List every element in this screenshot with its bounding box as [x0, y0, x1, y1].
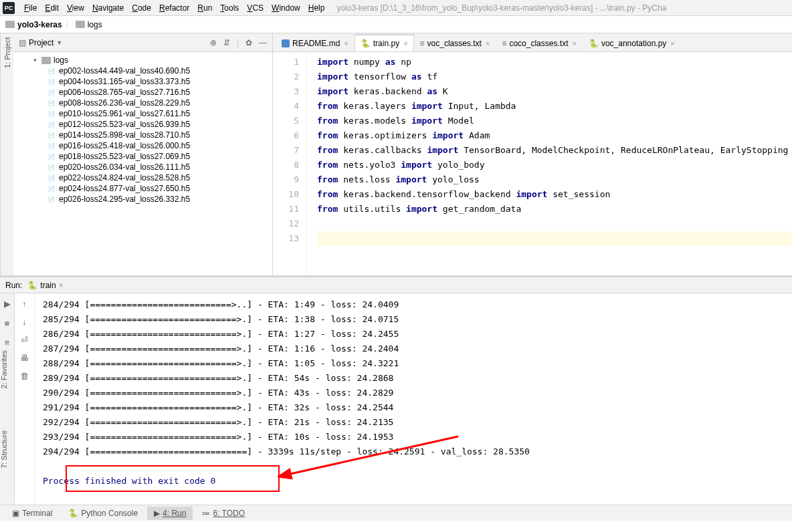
menu-view[interactable]: View	[63, 3, 88, 13]
wrap-icon[interactable]: ⏎	[21, 335, 28, 345]
editor-tab[interactable]: README.md×	[276, 35, 355, 51]
editor-tab[interactable]: 🐍train.py×	[355, 34, 414, 51]
project-panel: ▤ Project ▼ ⊕ ⇵ | ✿ — ▾ logs 📄ep002-loss…	[13, 33, 273, 275]
bottom-tab-run[interactable]: ▶ 4: Run	[147, 507, 193, 520]
h5-file-icon: 📄	[47, 98, 56, 108]
python-icon: 🐍	[589, 39, 599, 48]
tree-file[interactable]: 📄ep006-loss28.765-val_loss27.716.h5	[13, 87, 272, 98]
tree-file[interactable]: 📄ep018-loss25.523-val_loss27.069.h5	[13, 151, 272, 162]
h5-file-icon: 📄	[47, 88, 56, 97]
h5-file-icon: 📄	[47, 141, 56, 150]
target-icon[interactable]: ⊕	[210, 38, 217, 47]
menu-edit[interactable]: Edit	[41, 3, 63, 13]
close-icon[interactable]: ×	[670, 39, 674, 47]
tree-file[interactable]: 📄ep004-loss31.165-val_loss33.373.h5	[13, 76, 272, 87]
tree-file[interactable]: 📄ep002-loss44.449-val_loss40.690.h5	[13, 65, 272, 76]
menu-navigate[interactable]: Navigate	[88, 3, 128, 13]
h5-file-icon: 📄	[47, 152, 56, 161]
run-label: Run:	[5, 281, 22, 290]
project-panel-header: ▤ Project ▼ ⊕ ⇵ | ✿ —	[13, 33, 272, 52]
editor-tab[interactable]: ≡coco_classes.txt×	[496, 35, 583, 51]
pycharm-logo-icon: PC	[3, 2, 15, 14]
close-icon[interactable]: ×	[572, 39, 576, 47]
tree-file[interactable]: 📄ep008-loss26.236-val_loss28.229.h5	[13, 98, 272, 108]
menu-tools[interactable]: Tools	[216, 3, 243, 13]
code-content[interactable]: import numpy as np import tensorflow as …	[306, 52, 792, 275]
editor-tab-bar: README.md×🐍train.py×≡voc_classes.txt×≡co…	[273, 33, 792, 52]
run-panel: Run: 🐍 train × ▶ ■ ≡ ≣ 📌 ↑ ↓ ⏎ 🖶 🗑 284/2…	[0, 275, 792, 505]
hide-icon[interactable]: —	[259, 38, 267, 47]
editor-tab[interactable]: ≡voc_classes.txt×	[414, 35, 496, 51]
tree-file[interactable]: 📄ep020-loss26.034-val_loss26.111.h5	[13, 162, 272, 172]
sidebar-tab-structure[interactable]: 7: Structure	[0, 428, 13, 471]
close-icon[interactable]: ×	[403, 39, 407, 47]
tree-file[interactable]: 📄ep012-loss25.523-val_loss26.939.h5	[13, 119, 272, 130]
run-tab-train[interactable]: 🐍 train ×	[22, 279, 68, 292]
tree-file[interactable]: 📄ep010-loss25.961-val_loss27.611.h5	[13, 108, 272, 119]
tree-folder-logs[interactable]: ▾ logs	[13, 55, 272, 65]
h5-file-icon: 📄	[47, 194, 56, 204]
sidebar-tab-favorites[interactable]: 2: Favorites	[0, 348, 13, 391]
window-title: yolo3-keras [D:\1_3_16\from_yolo_Bup\yol…	[336, 3, 666, 13]
folder-icon	[41, 57, 51, 64]
markdown-icon	[282, 39, 290, 47]
h5-file-icon: 📄	[47, 109, 56, 118]
tree-file[interactable]: 📄ep022-loss24.824-val_loss28.528.h5	[13, 172, 272, 183]
project-label[interactable]: Project	[29, 38, 54, 47]
folder-icon	[76, 21, 85, 28]
collapse-icon[interactable]: ⇵	[223, 38, 230, 47]
menu-refactor[interactable]: Refactor	[155, 3, 193, 13]
print-icon[interactable]: 🖶	[20, 353, 29, 363]
menu-bar: PC FileEditViewNavigateCodeRefactorRunTo…	[0, 0, 792, 16]
run-output[interactable]: 284/294 [===========================>..]…	[35, 293, 792, 505]
bottom-bar: ▣ Terminal 🐍 Python Console ▶ 4: Run ≔ 6…	[0, 505, 792, 521]
gear-icon[interactable]: ✿	[245, 38, 252, 47]
editor-tab[interactable]: 🐍voc_annotation.py×	[583, 35, 681, 51]
up-icon[interactable]: ↑	[22, 299, 27, 309]
menu-code[interactable]: Code	[128, 3, 155, 13]
down-icon[interactable]: ↓	[22, 317, 27, 327]
stop-icon[interactable]: ■	[5, 318, 10, 328]
chevron-down-icon: ▾	[33, 57, 40, 63]
breadcrumb-sub[interactable]: logs	[88, 20, 102, 29]
layout-icon[interactable]: ≡	[5, 338, 10, 348]
close-icon[interactable]: ×	[486, 39, 490, 47]
close-icon[interactable]: ×	[344, 39, 348, 47]
run-toolbar-left: ▶ ■ ≡ ≣ 📌	[0, 293, 15, 505]
h5-file-icon: 📄	[47, 173, 56, 182]
editor-area: README.md×🐍train.py×≡voc_classes.txt×≡co…	[273, 33, 792, 275]
bottom-tab-console[interactable]: 🐍 Python Console	[62, 507, 144, 520]
h5-file-icon: 📄	[47, 77, 56, 86]
run-toolbar-second: ↑ ↓ ⏎ 🖶 🗑	[15, 293, 35, 505]
bottom-tab-terminal[interactable]: ▣ Terminal	[5, 507, 59, 520]
tree-file[interactable]: 📄ep016-loss25.418-val_loss26.000.h5	[13, 140, 272, 151]
text-icon: ≡	[420, 39, 425, 48]
breadcrumb-root[interactable]: yolo3-keras	[17, 20, 62, 29]
menu-help[interactable]: Help	[304, 3, 329, 13]
chevron-right-icon: 〉	[65, 19, 73, 30]
line-gutter: 12345678910111213	[273, 52, 306, 275]
h5-file-icon: 📄	[47, 130, 56, 140]
tree-file[interactable]: 📄ep026-loss24.295-val_loss26.332.h5	[13, 194, 272, 205]
text-icon: ≡	[502, 39, 506, 48]
sidebar-tab-project[interactable]: 1: Project	[0, 33, 13, 275]
play-icon[interactable]: ▶	[4, 299, 11, 309]
h5-file-icon: 📄	[47, 66, 56, 76]
h5-file-icon: 📄	[47, 120, 56, 129]
h5-file-icon: 📄	[47, 184, 56, 193]
menu-vcs[interactable]: VCS	[243, 3, 268, 13]
menu-run[interactable]: Run	[193, 3, 216, 13]
menu-file[interactable]: File	[20, 3, 41, 13]
folder-icon	[5, 21, 15, 28]
bottom-tab-todo[interactable]: ≔ 6: TODO	[195, 507, 252, 520]
menu-window[interactable]: Window	[268, 3, 304, 13]
tree-file[interactable]: 📄ep024-loss24.877-val_loss27.650.h5	[13, 183, 272, 194]
tree-file[interactable]: 📄ep014-loss25.898-val_loss28.710.h5	[13, 130, 272, 140]
code-editor[interactable]: 12345678910111213 import numpy as np imp…	[273, 52, 792, 275]
python-icon: 🐍	[361, 39, 371, 48]
project-tree[interactable]: ▾ logs 📄ep002-loss44.449-val_loss40.690.…	[13, 52, 272, 275]
h5-file-icon: 📄	[47, 162, 56, 172]
breadcrumb: yolo3-keras 〉 logs	[0, 16, 792, 33]
trash-icon[interactable]: 🗑	[20, 371, 29, 381]
